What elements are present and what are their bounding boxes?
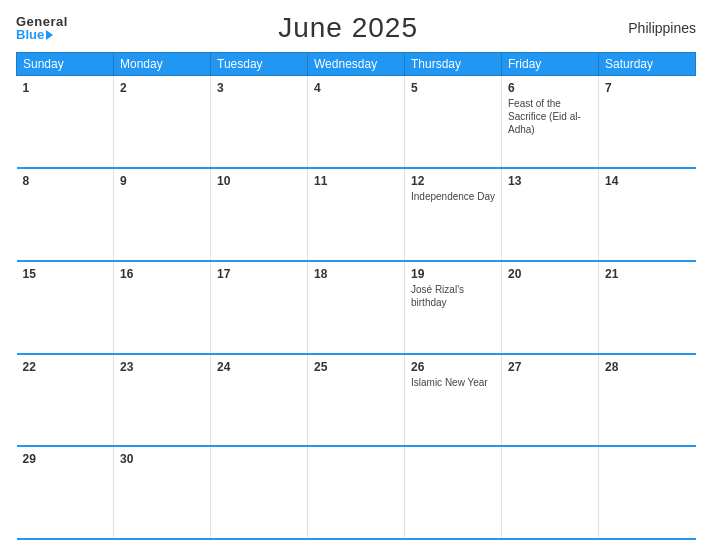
day-number: 14 bbox=[605, 174, 690, 188]
day-number: 18 bbox=[314, 267, 398, 281]
day-number: 30 bbox=[120, 452, 204, 466]
day-number: 1 bbox=[23, 81, 108, 95]
calendar-header: Sunday Monday Tuesday Wednesday Thursday… bbox=[17, 53, 696, 76]
calendar-cell: 8 bbox=[17, 168, 114, 261]
calendar-cell: 11 bbox=[308, 168, 405, 261]
header: General Blue June 2025 Philippines bbox=[16, 12, 696, 44]
event-text: Independence Day bbox=[411, 190, 495, 203]
calendar-cell: 6Feast of the Sacrifice (Eid al-Adha) bbox=[502, 76, 599, 169]
calendar-week-1: 123456Feast of the Sacrifice (Eid al-Adh… bbox=[17, 76, 696, 169]
day-number: 11 bbox=[314, 174, 398, 188]
day-number: 7 bbox=[605, 81, 690, 95]
calendar-cell: 15 bbox=[17, 261, 114, 354]
calendar-cell: 20 bbox=[502, 261, 599, 354]
calendar-cell: 28 bbox=[599, 354, 696, 447]
day-number: 26 bbox=[411, 360, 495, 374]
day-number: 17 bbox=[217, 267, 301, 281]
calendar-cell: 12Independence Day bbox=[405, 168, 502, 261]
calendar-week-5: 2930 bbox=[17, 446, 696, 539]
col-thursday: Thursday bbox=[405, 53, 502, 76]
day-number: 10 bbox=[217, 174, 301, 188]
calendar-cell: 5 bbox=[405, 76, 502, 169]
calendar-cell: 23 bbox=[114, 354, 211, 447]
calendar-title: June 2025 bbox=[278, 12, 418, 44]
calendar-cell: 26Islamic New Year bbox=[405, 354, 502, 447]
col-wednesday: Wednesday bbox=[308, 53, 405, 76]
calendar-cell: 21 bbox=[599, 261, 696, 354]
country-label: Philippines bbox=[628, 20, 696, 36]
calendar-week-4: 2223242526Islamic New Year2728 bbox=[17, 354, 696, 447]
day-number: 20 bbox=[508, 267, 592, 281]
calendar-cell: 14 bbox=[599, 168, 696, 261]
calendar-cell: 25 bbox=[308, 354, 405, 447]
calendar-cell: 19José Rizal's birthday bbox=[405, 261, 502, 354]
calendar-cell: 4 bbox=[308, 76, 405, 169]
calendar-cell: 30 bbox=[114, 446, 211, 539]
col-friday: Friday bbox=[502, 53, 599, 76]
day-number: 12 bbox=[411, 174, 495, 188]
day-number: 27 bbox=[508, 360, 592, 374]
day-number: 21 bbox=[605, 267, 690, 281]
col-sunday: Sunday bbox=[17, 53, 114, 76]
calendar-cell: 24 bbox=[211, 354, 308, 447]
calendar-week-2: 89101112Independence Day1314 bbox=[17, 168, 696, 261]
day-number: 23 bbox=[120, 360, 204, 374]
day-number: 2 bbox=[120, 81, 204, 95]
calendar-cell: 29 bbox=[17, 446, 114, 539]
calendar-cell bbox=[599, 446, 696, 539]
logo-triangle-icon bbox=[46, 30, 53, 40]
col-tuesday: Tuesday bbox=[211, 53, 308, 76]
day-number: 4 bbox=[314, 81, 398, 95]
calendar-cell: 1 bbox=[17, 76, 114, 169]
event-text: Islamic New Year bbox=[411, 376, 495, 389]
calendar-cell bbox=[308, 446, 405, 539]
logo-blue-text: Blue bbox=[16, 28, 68, 41]
day-number: 24 bbox=[217, 360, 301, 374]
calendar-cell: 13 bbox=[502, 168, 599, 261]
col-saturday: Saturday bbox=[599, 53, 696, 76]
calendar-cell: 22 bbox=[17, 354, 114, 447]
calendar-cell bbox=[211, 446, 308, 539]
day-number: 6 bbox=[508, 81, 592, 95]
day-number: 28 bbox=[605, 360, 690, 374]
calendar-cell: 16 bbox=[114, 261, 211, 354]
calendar-cell: 17 bbox=[211, 261, 308, 354]
calendar-cell: 3 bbox=[211, 76, 308, 169]
calendar-table: Sunday Monday Tuesday Wednesday Thursday… bbox=[16, 52, 696, 540]
calendar-cell: 7 bbox=[599, 76, 696, 169]
event-text: Feast of the Sacrifice (Eid al-Adha) bbox=[508, 97, 592, 136]
day-number: 25 bbox=[314, 360, 398, 374]
event-text: José Rizal's birthday bbox=[411, 283, 495, 309]
day-number: 5 bbox=[411, 81, 495, 95]
day-number: 15 bbox=[23, 267, 108, 281]
header-row: Sunday Monday Tuesday Wednesday Thursday… bbox=[17, 53, 696, 76]
calendar-cell: 27 bbox=[502, 354, 599, 447]
day-number: 29 bbox=[23, 452, 108, 466]
day-number: 22 bbox=[23, 360, 108, 374]
day-number: 19 bbox=[411, 267, 495, 281]
calendar-week-3: 1516171819José Rizal's birthday2021 bbox=[17, 261, 696, 354]
calendar-body: 123456Feast of the Sacrifice (Eid al-Adh… bbox=[17, 76, 696, 540]
logo: General Blue bbox=[16, 15, 68, 41]
day-number: 16 bbox=[120, 267, 204, 281]
calendar-cell: 9 bbox=[114, 168, 211, 261]
col-monday: Monday bbox=[114, 53, 211, 76]
calendar-cell: 2 bbox=[114, 76, 211, 169]
calendar-page: General Blue June 2025 Philippines Sunda… bbox=[0, 0, 712, 550]
day-number: 3 bbox=[217, 81, 301, 95]
calendar-cell bbox=[502, 446, 599, 539]
day-number: 9 bbox=[120, 174, 204, 188]
logo-blue-label: Blue bbox=[16, 28, 44, 41]
calendar-cell bbox=[405, 446, 502, 539]
day-number: 8 bbox=[23, 174, 108, 188]
day-number: 13 bbox=[508, 174, 592, 188]
calendar-cell: 10 bbox=[211, 168, 308, 261]
calendar-cell: 18 bbox=[308, 261, 405, 354]
